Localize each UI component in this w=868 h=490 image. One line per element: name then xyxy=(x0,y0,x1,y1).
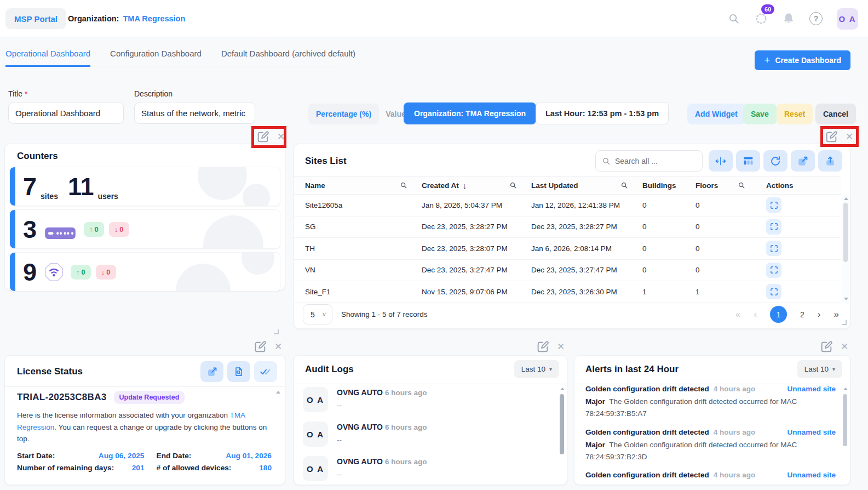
alert-site-link[interactable]: Unnamed site xyxy=(787,471,836,479)
columns-icon[interactable] xyxy=(736,150,760,172)
col-updated[interactable]: Last Updated xyxy=(531,181,578,190)
prev-page-button[interactable]: ‹ xyxy=(754,309,757,320)
double-check-icon[interactable] xyxy=(254,361,277,382)
last-page-button[interactable]: » xyxy=(834,309,839,320)
scroll-up-icon[interactable] xyxy=(276,391,280,394)
expand-site-icon[interactable] xyxy=(766,241,781,256)
edit-widget-icon[interactable] xyxy=(536,340,550,354)
remove-widget-icon[interactable]: ✕ xyxy=(274,342,282,351)
remove-widget-icon[interactable]: ✕ xyxy=(277,132,285,141)
description-input[interactable] xyxy=(134,102,255,124)
audit-log-entry[interactable]: O A OVNG AUTO 6 hours ago -- xyxy=(303,421,558,447)
table-row[interactable]: TH Dec 23, 2025, 3:28:07 PM Jan 6, 2026,… xyxy=(294,238,841,260)
cell-floors: 0 xyxy=(695,223,760,231)
scroll-up-icon[interactable] xyxy=(844,197,848,200)
external-link-icon[interactable] xyxy=(200,361,223,382)
expand-site-icon[interactable] xyxy=(766,284,781,299)
alert-entry[interactable]: Golden configuration drift detected 4 ho… xyxy=(585,428,836,463)
alert-entry[interactable]: Golden configuration drift detected 4 ho… xyxy=(585,471,836,479)
table-row[interactable]: Site12605a Jan 8, 2026, 5:04:37 PM Jan 1… xyxy=(294,195,841,216)
alert-site-link[interactable]: Unnamed site xyxy=(787,385,836,393)
edit-widget-icon[interactable] xyxy=(825,130,838,144)
edit-widget-icon[interactable] xyxy=(820,340,833,354)
document-search-icon[interactable] xyxy=(227,361,250,382)
tab-default-dashboard[interactable]: Default Dashboard (archived default) xyxy=(221,49,355,67)
page-1-button[interactable]: 1 xyxy=(770,306,787,323)
page-2-button[interactable]: 2 xyxy=(800,310,804,319)
chevron-down-icon: ∨ xyxy=(322,311,326,318)
table-row[interactable]: VN Dec 23, 2025, 3:27:47 PM Dec 23, 2025… xyxy=(294,260,841,282)
fit-width-icon[interactable] xyxy=(709,150,733,172)
alert-site-link[interactable]: Unnamed site xyxy=(787,428,836,436)
tab-operational-dashboard[interactable]: Operational Dashboard xyxy=(5,49,90,67)
expand-site-icon[interactable] xyxy=(766,263,781,278)
bell-icon[interactable] xyxy=(782,12,795,25)
refresh-icon[interactable] xyxy=(763,150,787,172)
pagination: « ‹ 1 2 › » xyxy=(735,306,839,323)
next-page-button[interactable]: › xyxy=(818,309,821,320)
audit-detail: -- xyxy=(337,401,427,409)
expand-site-icon[interactable] xyxy=(766,197,781,213)
scroll-up-icon[interactable] xyxy=(560,388,565,390)
scroll-down-icon[interactable] xyxy=(844,298,848,300)
sites-table-header: Name Created At↓ Last Updated Buildings … xyxy=(294,176,841,195)
cancel-button[interactable]: Cancel xyxy=(815,104,856,124)
msp-portal-button[interactable]: MSP Portal xyxy=(5,8,66,29)
org-name-link[interactable]: TMA Regression xyxy=(123,14,185,23)
remove-widget-icon[interactable]: ✕ xyxy=(846,132,853,141)
help-icon[interactable]: ? xyxy=(809,12,823,25)
scrollbar-thumb[interactable] xyxy=(843,394,847,446)
audit-log-entry[interactable]: O A OVNG AUTO 6 hours ago -- xyxy=(303,456,558,481)
search-icon[interactable] xyxy=(727,12,740,25)
scrollbar-thumb[interactable] xyxy=(560,394,564,454)
create-dashboard-button[interactable]: + Create Dashboard xyxy=(755,50,850,70)
edit-widget-icon[interactable] xyxy=(256,130,270,144)
counter-card-sites-users[interactable]: 7 sites 11 users xyxy=(9,167,280,206)
alert-severity: Major xyxy=(585,397,605,406)
alert-entry[interactable]: Golden configuration drift detected 4 ho… xyxy=(585,385,836,420)
time-range-filter-button[interactable]: Last Hour: 12:53 pm - 1:53 pm xyxy=(536,102,669,124)
column-search-icon[interactable] xyxy=(509,181,517,189)
sites-search-input[interactable] xyxy=(615,157,692,166)
table-row[interactable]: Site_F1 Nov 15, 2025, 9:07:06 PM Dec 23,… xyxy=(294,281,841,303)
external-link-icon[interactable] xyxy=(791,150,815,172)
audit-filter-dropdown[interactable]: Last 10 ▾ xyxy=(514,360,559,378)
organization-filter-button[interactable]: Organization: TMA Regression xyxy=(404,102,536,124)
col-created[interactable]: Created At xyxy=(422,181,459,190)
user-avatar[interactable]: O A xyxy=(837,8,858,30)
scroll-up-icon[interactable] xyxy=(843,388,848,390)
title-input[interactable] xyxy=(8,102,124,124)
sort-desc-icon[interactable]: ↓ xyxy=(463,181,467,190)
column-search-icon[interactable] xyxy=(400,181,407,189)
reset-button[interactable]: Reset xyxy=(777,104,813,124)
save-button[interactable]: Save xyxy=(743,104,777,124)
widget-resize-handle[interactable] xyxy=(842,320,847,325)
alert-title: Golden configuration drift detected xyxy=(585,428,709,436)
page-size-select[interactable]: 5 ∨ xyxy=(303,304,332,324)
col-buildings[interactable]: Buildings xyxy=(642,181,676,190)
remove-widget-icon[interactable]: ✕ xyxy=(557,342,565,351)
first-page-button[interactable]: « xyxy=(735,309,740,320)
percentage-toggle[interactable]: Percentage (%) xyxy=(308,104,379,124)
col-floors[interactable]: Floors xyxy=(695,181,718,190)
column-search-icon[interactable] xyxy=(738,181,745,189)
edit-widget-icon[interactable] xyxy=(254,340,267,354)
remove-widget-icon[interactable]: ✕ xyxy=(841,342,848,351)
widget-resize-handle[interactable] xyxy=(274,329,279,334)
accent-bar xyxy=(10,253,15,291)
column-search-icon[interactable] xyxy=(620,181,628,189)
sync-spinner-icon[interactable]: 60 xyxy=(755,12,768,25)
add-widget-button[interactable]: Add Widget xyxy=(687,104,745,124)
upload-icon[interactable] xyxy=(818,150,842,172)
counter-card-switches[interactable]: 3 ↑0 ↓0 xyxy=(9,209,280,249)
expand-site-icon[interactable] xyxy=(766,219,781,235)
audit-logs-title: Audit Logs xyxy=(305,364,354,375)
table-row[interactable]: SG Dec 23, 2025, 3:28:27 PM Dec 23, 2025… xyxy=(294,216,841,238)
counter-card-access-points[interactable]: 9 ↑0 ↓0 xyxy=(9,252,280,292)
tab-configuration-dashboard[interactable]: Configuration Dashboard xyxy=(110,49,202,67)
start-date-value: Aug 06, 2025 xyxy=(99,452,145,460)
alerts-filter-dropdown[interactable]: Last 10 ▾ xyxy=(797,360,842,378)
audit-log-entry[interactable]: O A OVNG AUTO 6 hours ago -- xyxy=(303,387,558,412)
cell-name: VN xyxy=(294,266,422,274)
scrollbar-thumb[interactable] xyxy=(843,203,848,262)
